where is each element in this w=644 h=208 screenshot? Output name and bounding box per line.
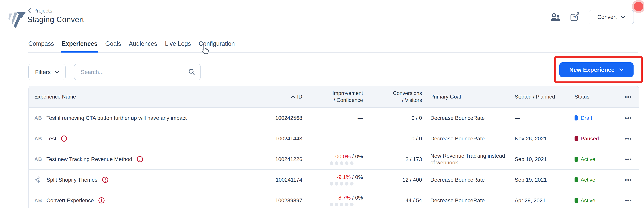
people-icon[interactable] (550, 13, 560, 22)
row-menu-button[interactable]: ••• (625, 197, 632, 203)
chevron-down-icon (619, 68, 624, 71)
table-header: Experience Name ID Improvement / Confide… (29, 86, 638, 108)
status-square-icon (574, 116, 578, 121)
experience-id: 100241226 (275, 156, 302, 162)
breadcrumb-label: Projects (34, 8, 52, 14)
conversions-value: 0 / 0 (412, 115, 422, 121)
chevron-left-icon (28, 8, 31, 13)
started-value: Sep 10, 2021 (515, 156, 547, 162)
conversions-value: 44 / 54 (406, 197, 422, 203)
primary-goal-value: New Revenue Tracking instead of webhook (430, 153, 505, 166)
sort-ascending-icon (291, 96, 295, 98)
improvement-value: -8.7% / 0% (302, 195, 363, 201)
ab-test-icon: AB (34, 156, 42, 162)
col-conversions[interactable]: Conversions / Visitors (363, 90, 422, 104)
primary-goal-value: Decrease BounceRate (430, 136, 485, 142)
row-menu-button[interactable]: ••• (625, 156, 632, 162)
started-value: Nov 26, 2021 (515, 136, 547, 142)
experience-name-link[interactable]: Test if removing CTA button further up w… (46, 115, 187, 121)
started-value: — (515, 115, 520, 121)
experience-id: 100239397 (275, 197, 302, 203)
split-test-icon (34, 176, 42, 184)
status-label: Active (580, 197, 595, 203)
account-menu-button[interactable]: Convert (589, 10, 634, 24)
warning-icon[interactable] (98, 197, 105, 204)
status-badge: Active (566, 197, 612, 203)
status-square-icon (574, 157, 578, 162)
experience-name-link[interactable]: Split Shopify Themes (46, 177, 98, 183)
convert-logo (4, 7, 27, 29)
experience-name-link[interactable]: Convert Experience (46, 197, 94, 203)
experience-id: 100241443 (275, 136, 302, 142)
conversions-value: 12 / 400 (402, 177, 422, 183)
status-label: Active (580, 177, 595, 183)
status-badge: Paused (566, 136, 612, 142)
warning-icon[interactable] (61, 135, 68, 142)
table-row[interactable]: AB Test 100241443 — 0 / 0 Decrease Bounc… (29, 128, 638, 149)
project-tabs: Compass Experiences Goals Audiences Live… (28, 40, 638, 53)
experience-name-link[interactable]: Test (46, 136, 56, 142)
new-experience-label: New Experience (569, 66, 614, 73)
status-label: Paused (580, 136, 599, 142)
table-row[interactable]: AB Convert Experience 100239397 -8.7% / … (29, 190, 638, 208)
tab-live-logs[interactable]: Live Logs (165, 40, 191, 52)
col-experience-name[interactable]: Experience Name (29, 94, 255, 100)
improvement-value: — (358, 115, 363, 121)
started-value: Apr 29, 2021 (515, 197, 546, 203)
chevron-down-icon (621, 16, 625, 18)
search-box[interactable] (74, 64, 201, 80)
row-menu-button[interactable]: ••• (625, 136, 632, 141)
experience-id: 100242568 (275, 115, 302, 121)
status-square-icon (574, 177, 578, 182)
experience-id: 100241174 (276, 177, 302, 183)
help-external-icon[interactable]: ? (570, 12, 580, 22)
primary-goal-value: Decrease BounceRate (430, 197, 485, 203)
table-header-menu-button[interactable]: ••• (625, 94, 632, 100)
chevron-down-icon (55, 71, 59, 73)
svg-text:?: ? (573, 15, 576, 20)
tab-audiences[interactable]: Audiences (129, 40, 157, 52)
col-status[interactable]: Status (566, 94, 612, 100)
breadcrumb[interactable]: Projects (28, 8, 52, 14)
status-badge: Draft (566, 115, 612, 121)
table-row[interactable]: AB Test new Tracking Revenue Method 1002… (29, 149, 638, 170)
improvement-value: — (358, 136, 363, 142)
ab-test-icon: AB (34, 136, 42, 141)
warning-icon[interactable] (136, 156, 143, 163)
row-menu-button[interactable]: ••• (625, 115, 632, 121)
status-label: Active (580, 156, 595, 162)
search-input[interactable] (80, 69, 188, 75)
col-id-label: ID (297, 94, 302, 100)
tab-experiences[interactable]: Experiences (62, 40, 98, 52)
ab-test-icon: AB (34, 197, 42, 203)
status-badge: Active (566, 156, 612, 162)
tab-compass[interactable]: Compass (28, 40, 54, 52)
col-id[interactable]: ID (255, 94, 302, 100)
status-label: Draft (580, 115, 592, 121)
filters-button[interactable]: Filters (28, 64, 66, 80)
col-experience-name-label: Experience Name (34, 94, 76, 100)
recording-indicator (634, 2, 643, 11)
ab-test-icon: AB (34, 115, 42, 121)
status-square-icon (574, 198, 578, 203)
tab-configuration[interactable]: Configuration (198, 40, 235, 52)
experience-name-link[interactable]: Test new Tracking Revenue Method (46, 156, 132, 162)
filters-label: Filters (35, 69, 51, 75)
col-primary-goal[interactable]: Primary Goal (422, 94, 506, 100)
table-row[interactable]: AB Test if removing CTA button further u… (29, 108, 638, 128)
annotation-highlight-box: New Experience (554, 56, 643, 83)
search-icon[interactable] (188, 68, 196, 76)
primary-goal-value: Decrease BounceRate (430, 177, 485, 183)
table-row[interactable]: Split Shopify Themes 100241174 -9.1% / 0… (29, 170, 638, 190)
account-menu-label: Convert (597, 14, 617, 20)
tab-goals[interactable]: Goals (105, 40, 121, 52)
col-improvement[interactable]: Improvement / Confidence (302, 90, 363, 104)
confidence-dots (302, 202, 363, 206)
status-badge: Active (566, 177, 612, 183)
warning-icon[interactable] (102, 176, 108, 183)
col-started-planned[interactable]: Started / Planned (506, 94, 566, 100)
experiences-table: Experience Name ID Improvement / Confide… (28, 86, 639, 208)
primary-goal-value: Decrease BounceRate (430, 115, 485, 121)
row-menu-button[interactable]: ••• (625, 177, 632, 183)
new-experience-button[interactable]: New Experience (559, 62, 634, 77)
